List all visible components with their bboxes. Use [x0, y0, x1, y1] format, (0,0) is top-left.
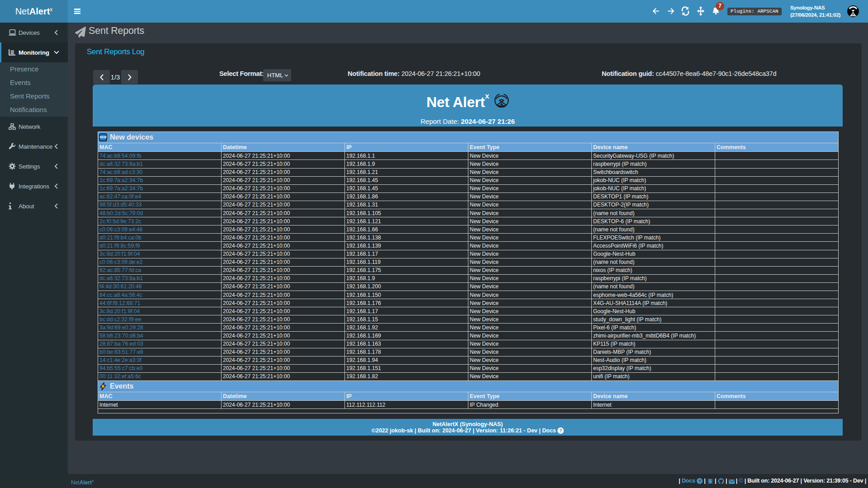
- svg-text:NEW: NEW: [100, 136, 107, 139]
- svg-text:?: ?: [559, 428, 562, 433]
- svg-text:?: ?: [698, 479, 701, 483]
